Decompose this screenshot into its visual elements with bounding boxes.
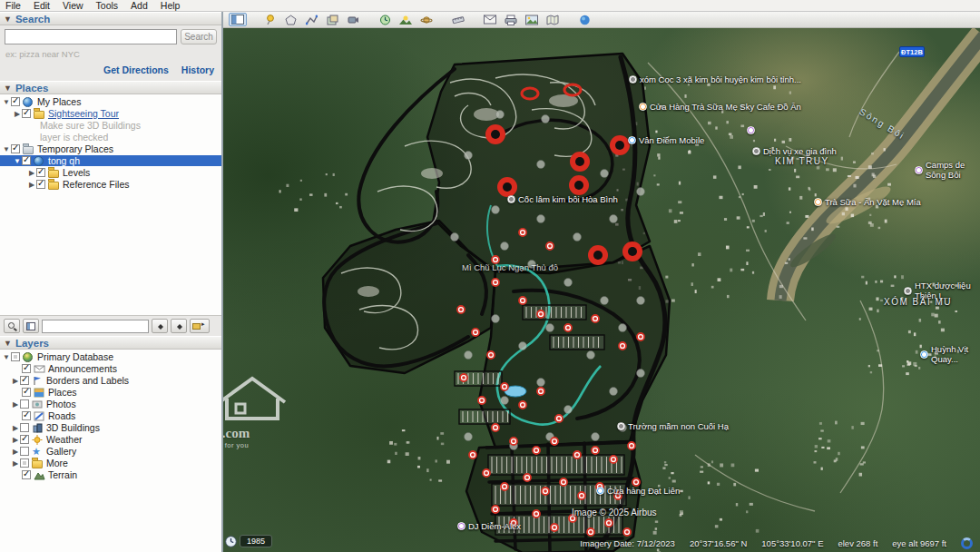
checkbox[interactable] — [22, 411, 31, 420]
places-filter-input[interactable] — [42, 320, 149, 333]
add-polygon-button[interactable] — [281, 13, 299, 26]
expander-icon[interactable]: ▼ — [2, 98, 11, 106]
expander-icon[interactable]: ▼ — [2, 145, 11, 153]
checkbox[interactable] — [20, 458, 29, 468]
menu-tools[interactable]: Tools — [96, 0, 119, 11]
record-tour-button[interactable] — [344, 13, 362, 26]
checkbox[interactable] — [11, 352, 20, 361]
expander-icon[interactable]: ▶ — [11, 400, 20, 409]
layer-photos[interactable]: ▶ Photos — [0, 399, 221, 409]
checkbox[interactable] — [20, 376, 29, 385]
menu-help[interactable]: Help — [161, 0, 181, 11]
menu-edit[interactable]: Edit — [34, 0, 50, 11]
layer-weather[interactable]: ▶ Weather — [0, 434, 221, 445]
save-image-button[interactable] — [523, 13, 541, 26]
diamond-icon — [177, 324, 182, 330]
tree-item-sightseeing-tour[interactable]: ▶ Sightseeing Tour — [0, 108, 221, 119]
poi-van-diem-mobile[interactable]: Vân Điểm Mobile — [628, 135, 704, 145]
layer-roads[interactable]: Roads — [0, 410, 221, 421]
poi-dich-vu-xe[interactable]: Dịch vụ xe gia đình — [752, 146, 837, 156]
checkbox[interactable] — [22, 109, 31, 118]
checkbox[interactable] — [22, 364, 31, 373]
layer-primary-database[interactable]: ▼ Primary Database — [0, 351, 221, 362]
checkbox[interactable] — [11, 144, 20, 153]
expander-icon[interactable]: ▶ — [27, 169, 36, 177]
layer-3d-buildings[interactable]: ▶ 3D Buildings — [0, 422, 221, 433]
view-in-maps-button[interactable] — [544, 13, 562, 26]
tree-item-levels[interactable]: ▶ Levels — [0, 167, 221, 178]
checkbox[interactable] — [20, 435, 29, 444]
layer-more[interactable]: ▶ More — [0, 458, 221, 468]
search-places-button[interactable] — [4, 319, 20, 333]
checkbox[interactable] — [36, 180, 45, 189]
history-link[interactable]: History — [181, 64, 214, 75]
checkbox[interactable] — [22, 156, 31, 165]
search-input[interactable] — [5, 29, 177, 44]
tree-item-tong-qh[interactable]: ▼ tong qh — [0, 155, 221, 166]
layer-places[interactable]: Places — [0, 387, 221, 398]
expander-icon[interactable]: ▶ — [11, 459, 20, 468]
menu-add[interactable]: Add — [131, 0, 148, 11]
expander-icon[interactable]: ▶ — [13, 110, 22, 118]
poi-huynh-vit-quay[interactable]: Huỳnh Vịt Quay... — [920, 344, 980, 364]
add-image-overlay-button[interactable] — [323, 13, 341, 26]
poi-camps-song-boi[interactable]: Camps de Sông Bôi — [915, 160, 980, 180]
checkbox[interactable] — [20, 423, 29, 432]
menu-file[interactable]: File — [5, 0, 21, 11]
poi-xom-coc[interactable]: xóm Coc 3 xã kim bôi huyện kim bôi tỉnh.… — [629, 74, 801, 84]
checkbox[interactable] — [20, 447, 29, 456]
poi-marker-icon — [752, 147, 760, 155]
menu-view[interactable]: View — [63, 0, 83, 11]
prev-result-button[interactable] — [152, 319, 168, 333]
checkbox[interactable] — [22, 470, 31, 479]
expander-icon[interactable]: ▶ — [11, 424, 20, 432]
poi-marker-unlabeled[interactable] — [747, 126, 755, 134]
tree-item-my-places[interactable]: ▼ My Places — [0, 96, 221, 107]
expander-icon[interactable]: ▶ — [11, 377, 20, 385]
layer-announcements[interactable]: Announcements — [0, 363, 221, 374]
historical-imagery-time[interactable]: 1985 — [225, 535, 272, 547]
print-button[interactable] — [502, 13, 520, 26]
tree-item-temporary-places[interactable]: ▼ Temporary Places — [0, 143, 221, 154]
poi-tra-sua-me-mia[interactable]: Trà Sữa - Ăn Vặt Mẹ Mía — [814, 197, 921, 207]
poi-coc-lam[interactable]: Cốc lâm kim bôi Hòa Bình — [507, 194, 618, 204]
get-directions-link[interactable]: Get Directions — [103, 64, 169, 75]
sunlight-button[interactable] — [397, 13, 415, 26]
checkbox[interactable] — [22, 388, 31, 397]
historical-imagery-button[interactable] — [376, 13, 394, 26]
layer-terrain[interactable]: Terrain — [0, 469, 221, 480]
poi-cua-hang-dat-lien[interactable]: Cửa hàng Đạt Liên — [596, 486, 680, 496]
map-viewport[interactable]: xóm Coc 3 xã kim bôi huyện kim bôi tỉnh.… — [223, 28, 980, 552]
expander-icon[interactable]: ▼ — [2, 353, 11, 361]
poi-dj-diem-alex[interactable]: DJ Diễm-Alex — [457, 521, 521, 531]
add-placemark-button[interactable] — [260, 13, 279, 26]
next-result-button[interactable] — [171, 319, 187, 333]
poi-cua-hang-tra-sua[interactable]: Cửa Hàng Trà Sữa Mẹ Sky Cafe Đồ Ăn — [639, 102, 801, 112]
earth-view-button[interactable] — [575, 13, 593, 26]
panel-view-button[interactable] — [23, 319, 39, 333]
search-button[interactable]: Search — [181, 29, 217, 44]
add-path-button[interactable] — [302, 13, 320, 26]
toggle-sidebar-button[interactable] — [229, 13, 247, 26]
expander-icon[interactable]: ▶ — [11, 448, 20, 456]
layers-panel-header[interactable]: ▼ Layers — [0, 336, 221, 350]
email-button[interactable] — [481, 13, 499, 26]
poi-truong-mam-non[interactable]: Trường mầm non Cuối Hạ — [617, 421, 729, 431]
folder-actions-button[interactable] — [190, 319, 210, 333]
checkbox[interactable] — [36, 168, 45, 177]
expander-icon[interactable]: ▶ — [27, 181, 36, 189]
ruler-button[interactable] — [449, 13, 467, 26]
google-earth-window: File Edit View Tools Add Help ▼ Search S… — [0, 0, 980, 552]
folder-icon — [23, 144, 34, 154]
places-panel-header[interactable]: ▼ Places — [0, 81, 221, 94]
tree-item-reference-files[interactable]: ▶ Reference Files — [0, 179, 221, 190]
checkbox[interactable] — [11, 97, 20, 106]
layer-borders-labels[interactable]: ▶ Borders and Labels — [0, 375, 221, 386]
expander-icon[interactable]: ▼ — [13, 157, 22, 165]
planets-button[interactable] — [417, 13, 436, 26]
layer-gallery[interactable]: ▶ ★ Gallery — [0, 446, 221, 457]
search-panel-header[interactable]: ▼ Search — [0, 12, 221, 25]
places-filter-bar — [0, 315, 221, 336]
expander-icon[interactable]: ▶ — [11, 436, 20, 444]
checkbox[interactable] — [20, 399, 29, 409]
